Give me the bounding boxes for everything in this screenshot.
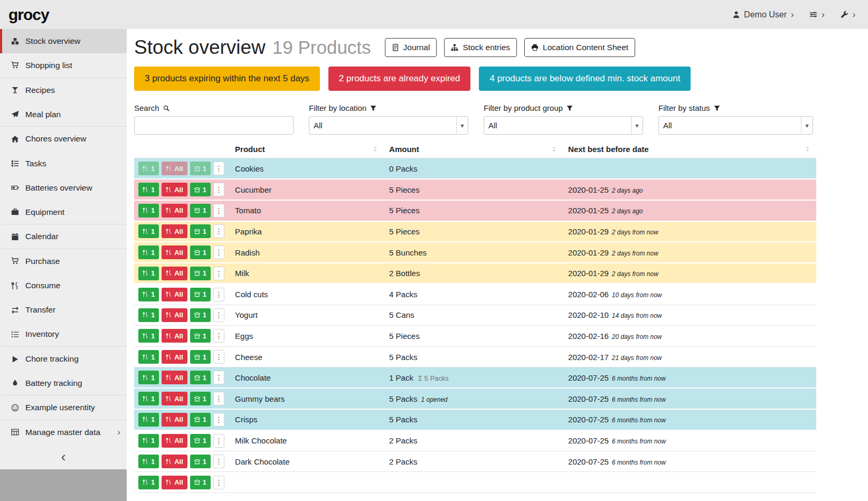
- sidebar-item-recipes[interactable]: Recipes: [0, 78, 127, 102]
- sidebar-item-purchase[interactable]: Purchase: [0, 249, 127, 273]
- row-menu-button[interactable]: ⋮: [213, 476, 224, 489]
- filter-by-location-select[interactable]: All: [309, 116, 468, 135]
- consume-all-button[interactable]: All: [162, 350, 187, 364]
- sidebar-item-stock-overview[interactable]: Stock overview: [0, 29, 127, 53]
- sidebar-item-example-userentity[interactable]: Example userentity: [0, 395, 127, 420]
- row-menu-button[interactable]: ⋮: [213, 245, 224, 259]
- row-menu-button[interactable]: ⋮: [213, 350, 224, 364]
- filter-by-product-group-select[interactable]: All: [484, 116, 643, 135]
- admin-menu[interactable]: ›: [841, 10, 855, 20]
- consume-all-button[interactable]: All: [162, 162, 187, 175]
- consume-one-button[interactable]: 1: [138, 308, 159, 322]
- sidebar-item-meal-plan[interactable]: Meal plan: [0, 102, 127, 127]
- consume-all-button[interactable]: All: [162, 288, 187, 301]
- open-one-button[interactable]: 1: [190, 308, 211, 322]
- row-menu-button[interactable]: ⋮: [213, 434, 224, 448]
- open-one-button[interactable]: 1: [190, 413, 211, 427]
- consume-one-button[interactable]: 1: [138, 371, 159, 384]
- consume-all-button[interactable]: All: [162, 434, 187, 448]
- location-content-sheet-button[interactable]: Location Content Sheet: [524, 38, 635, 57]
- search-input[interactable]: [134, 116, 294, 135]
- consume-all-button[interactable]: All: [162, 371, 187, 384]
- consume-one-button[interactable]: 1: [138, 162, 159, 175]
- row-menu-button[interactable]: ⋮: [213, 413, 224, 427]
- open-one-button[interactable]: 1: [190, 392, 211, 405]
- open-one-button[interactable]: 1: [190, 476, 211, 489]
- row-menu-button[interactable]: ⋮: [213, 288, 224, 301]
- sidebar-item-battery-tracking[interactable]: Battery tracking: [0, 371, 127, 395]
- consume-all-button[interactable]: All: [162, 183, 187, 196]
- consume-all-button[interactable]: All: [162, 267, 187, 280]
- open-one-button[interactable]: 1: [190, 371, 211, 384]
- consume-all-button[interactable]: All: [162, 392, 187, 405]
- open-one-button[interactable]: 1: [190, 455, 211, 468]
- sidebar-collapse-button[interactable]: ‹: [0, 445, 127, 469]
- user-menu[interactable]: Demo User›: [732, 10, 794, 20]
- consume-one-button[interactable]: 1: [138, 434, 159, 448]
- consume-all-button[interactable]: All: [162, 455, 187, 468]
- journal-button[interactable]: Journal: [385, 38, 437, 57]
- sidebar-item-inventory[interactable]: Inventory: [0, 323, 127, 347]
- consume-one-button[interactable]: 1: [138, 224, 159, 238]
- banner-info[interactable]: 4 products are below defined min. stock …: [479, 67, 691, 91]
- open-one-button[interactable]: 1: [190, 434, 211, 448]
- column-header-product[interactable]: Product: [230, 142, 384, 158]
- sidebar-item-tasks[interactable]: Tasks: [0, 151, 127, 175]
- column-header-next-best-before-date[interactable]: Next best before date: [563, 142, 816, 158]
- app-logo[interactable]: grocy: [8, 6, 49, 24]
- consume-one-button[interactable]: 1: [138, 204, 159, 218]
- row-menu-button[interactable]: ⋮: [213, 183, 224, 196]
- row-menu-button[interactable]: ⋮: [213, 371, 224, 384]
- consume-one-button[interactable]: 1: [138, 455, 159, 468]
- consume-one-button[interactable]: 1: [138, 350, 159, 364]
- sidebar-item-shopping-list[interactable]: Shopping list: [0, 53, 127, 78]
- open-one-button[interactable]: 1: [190, 329, 211, 343]
- row-menu-button[interactable]: ⋮: [213, 455, 224, 468]
- column-header-amount[interactable]: Amount: [384, 142, 563, 158]
- sidebar-item-transfer[interactable]: Transfer: [0, 298, 127, 322]
- sidebar-item-manage-master-data[interactable]: Manage master data›: [0, 420, 127, 445]
- row-menu-button[interactable]: ⋮: [213, 162, 224, 175]
- open-one-button[interactable]: 1: [190, 162, 211, 175]
- sidebar-item-calendar[interactable]: Calendar: [0, 224, 127, 249]
- consume-one-button[interactable]: 1: [138, 392, 159, 405]
- consume-one-button[interactable]: 1: [138, 329, 159, 343]
- sidebar-item-equipment[interactable]: Equipment: [0, 200, 127, 224]
- row-menu-button[interactable]: ⋮: [213, 204, 224, 218]
- row-menu-button[interactable]: ⋮: [213, 329, 224, 343]
- banner-warning[interactable]: 3 products expiring within the next 5 da…: [134, 67, 320, 91]
- open-one-button[interactable]: 1: [190, 350, 211, 364]
- consume-one-button[interactable]: 1: [138, 288, 159, 301]
- consume-all-button[interactable]: All: [162, 329, 187, 343]
- consume-all-button[interactable]: All: [162, 308, 187, 322]
- consume-all-button[interactable]: All: [162, 476, 187, 489]
- row-menu-button[interactable]: ⋮: [213, 308, 224, 322]
- open-one-button[interactable]: 1: [190, 288, 211, 301]
- sidebar-item-batteries-overview[interactable]: Batteries overview: [0, 176, 127, 200]
- row-menu-button[interactable]: ⋮: [213, 267, 224, 280]
- actions-cell: 1All1⋮: [134, 472, 230, 493]
- banner-danger[interactable]: 2 products are already expired: [328, 67, 471, 91]
- open-one-button[interactable]: 1: [190, 204, 211, 218]
- sidebar-item-chore-tracking[interactable]: Chore tracking: [0, 347, 127, 371]
- view-settings-menu[interactable]: ›: [809, 10, 824, 20]
- consume-all-button[interactable]: All: [162, 413, 187, 427]
- row-menu-button[interactable]: ⋮: [213, 392, 224, 405]
- open-one-button[interactable]: 1: [190, 267, 211, 280]
- open-one-button[interactable]: 1: [190, 183, 211, 196]
- consume-one-button[interactable]: 1: [138, 267, 159, 280]
- open-one-button[interactable]: 1: [190, 224, 211, 238]
- consume-all-button[interactable]: All: [162, 245, 187, 259]
- open-one-button[interactable]: 1: [190, 245, 211, 259]
- sidebar-item-chores-overview[interactable]: Chores overview: [0, 127, 127, 151]
- sidebar-item-consume[interactable]: Consume: [0, 273, 127, 298]
- filter-by-status-select[interactable]: All: [658, 116, 813, 135]
- consume-all-button[interactable]: All: [162, 204, 187, 218]
- stock-entries-button[interactable]: Stock entries: [444, 38, 517, 57]
- consume-one-button[interactable]: 1: [138, 413, 159, 427]
- consume-all-button[interactable]: All: [162, 224, 187, 238]
- consume-one-button[interactable]: 1: [138, 476, 159, 489]
- row-menu-button[interactable]: ⋮: [213, 224, 224, 238]
- consume-one-button[interactable]: 1: [138, 245, 159, 259]
- consume-one-button[interactable]: 1: [138, 183, 159, 196]
